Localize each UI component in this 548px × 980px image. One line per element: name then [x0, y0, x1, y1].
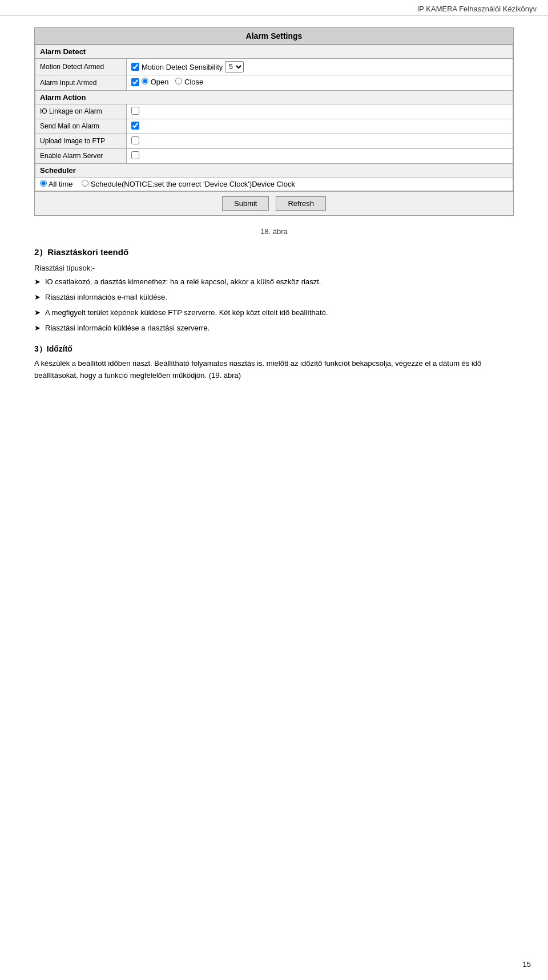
io-linkage-label: IO Linkage on Alarm: [35, 104, 127, 119]
section3: 3）Időzítő A készülék a beállított időben…: [34, 344, 514, 382]
scheduler-alltime-label[interactable]: All time: [40, 180, 75, 188]
intro-line: Riasztási típusok:-: [34, 263, 514, 275]
enable-alarm-server-control: [127, 148, 513, 163]
table-row: All time Schedule(NOTICE:set the correct…: [35, 177, 513, 191]
page-header: IP KAMERA Felhasználói Kézikönyv: [0, 0, 548, 16]
bullet-arrow-icon: ➤: [34, 292, 41, 304]
submit-button[interactable]: Submit: [222, 196, 269, 211]
radio-close[interactable]: [175, 78, 182, 84]
scheduler-control: All time Schedule(NOTICE:set the correct…: [35, 177, 513, 191]
header-title: IP KAMERA Felhasználói Kézikönyv: [417, 5, 537, 13]
section2-title: 2）Riasztáskori teendő: [34, 247, 514, 258]
motion-detect-sensibility-select[interactable]: 1 2 3 4 5: [225, 61, 244, 72]
bullet-arrow-icon: ➤: [34, 276, 41, 288]
bullet-text-2: Riasztási információs e-mail küldése.: [45, 292, 167, 304]
page-number: 15: [523, 960, 531, 969]
motion-detect-label: Motion Detect Armed: [35, 59, 127, 75]
io-linkage-control: [127, 104, 513, 119]
io-linkage-checkbox[interactable]: [131, 107, 139, 115]
button-row: Submit Refresh: [35, 191, 513, 215]
table-row: Enable Alarm Server: [35, 148, 513, 163]
alarm-detect-label: Alarm Detect: [40, 47, 86, 56]
upload-ftp-control: [127, 134, 513, 148]
send-mail-label: Send Mail on Alarm: [35, 119, 127, 134]
bullet-arrow-icon: ➤: [34, 322, 41, 334]
table-row: Motion Detect Armed Motion Detect Sensib…: [35, 59, 513, 75]
radio-open[interactable]: [142, 78, 148, 84]
scheduler-label: Scheduler: [40, 166, 76, 175]
figure-caption: 18. ábra: [34, 227, 514, 236]
alarm-table: Alarm Detect Motion Detect Armed Motion …: [35, 45, 513, 191]
refresh-button[interactable]: Refresh: [276, 196, 326, 211]
bullet-item-2: ➤ Riasztási információs e-mail küldése.: [34, 292, 514, 304]
alarm-settings-panel: Alarm Settings Alarm Detect Motion Detec…: [34, 27, 514, 216]
scheduler-section-row: Scheduler: [35, 163, 513, 177]
main-content: Alarm Settings Alarm Detect Motion Detec…: [0, 16, 548, 404]
scheduler-schedule-radio[interactable]: [82, 180, 88, 187]
bullet-item-3: ➤ A megfigyelt terület képének küldése F…: [34, 307, 514, 319]
alarm-detect-section-row: Alarm Detect: [35, 45, 513, 59]
bullet-item-4: ➤ Riasztási információ küldése a riasztá…: [34, 322, 514, 334]
motion-detect-checkbox-group: Motion Detect Sensibility 1 2 3 4 5: [131, 61, 244, 72]
upload-ftp-label: Upload Image to FTP: [35, 134, 127, 148]
bullet-text-3: A megfigyelt terület képének küldése FTP…: [45, 307, 328, 319]
table-row: Upload Image to FTP: [35, 134, 513, 148]
alarm-input-label: Alarm Input Armed: [35, 75, 127, 91]
radio-open-label[interactable]: Open: [142, 78, 168, 86]
enable-alarm-server-checkbox[interactable]: [131, 151, 139, 159]
bullet-arrow-icon: ➤: [34, 307, 41, 319]
scheduler-schedule-label[interactable]: Schedule(NOTICE:set the correct 'Device …: [82, 180, 295, 188]
table-row: IO Linkage on Alarm: [35, 104, 513, 119]
alarm-panel-title: Alarm Settings: [35, 28, 513, 45]
send-mail-control: [127, 119, 513, 134]
alarm-action-section-row: Alarm Action: [35, 90, 513, 104]
alarm-input-group: Open Close: [131, 78, 203, 86]
alarm-action-label: Alarm Action: [40, 93, 86, 102]
bullet-text-1: IO csatlakozó, a riasztás kimenethez: ha…: [45, 276, 321, 288]
section3-text: A készülék a beállított időben riaszt. B…: [34, 358, 514, 382]
send-mail-checkbox[interactable]: [131, 122, 139, 130]
alarm-input-radio-group: Open Close: [142, 78, 203, 86]
motion-detect-sensibility-label: Motion Detect Sensibility: [142, 63, 223, 71]
radio-close-label[interactable]: Close: [175, 78, 203, 86]
section3-title: 3）Időzítő: [34, 344, 514, 354]
table-row: Send Mail on Alarm: [35, 119, 513, 134]
alarm-input-checkbox[interactable]: [131, 78, 139, 86]
motion-detect-control: Motion Detect Sensibility 1 2 3 4 5: [127, 59, 513, 75]
bullet-text-4: Riasztási információ küldése a riasztási…: [45, 322, 209, 334]
scheduler-alltime-radio[interactable]: [40, 180, 47, 187]
section2: 2）Riasztáskori teendő Riasztási típusok:…: [34, 247, 514, 334]
alarm-input-control: Open Close: [127, 75, 513, 91]
bullet-item-1: ➤ IO csatlakozó, a riasztás kimenethez: …: [34, 276, 514, 288]
enable-alarm-server-label: Enable Alarm Server: [35, 148, 127, 163]
motion-detect-checkbox[interactable]: [131, 63, 139, 71]
table-row: Alarm Input Armed Open Close: [35, 75, 513, 91]
upload-ftp-checkbox[interactable]: [131, 136, 139, 144]
